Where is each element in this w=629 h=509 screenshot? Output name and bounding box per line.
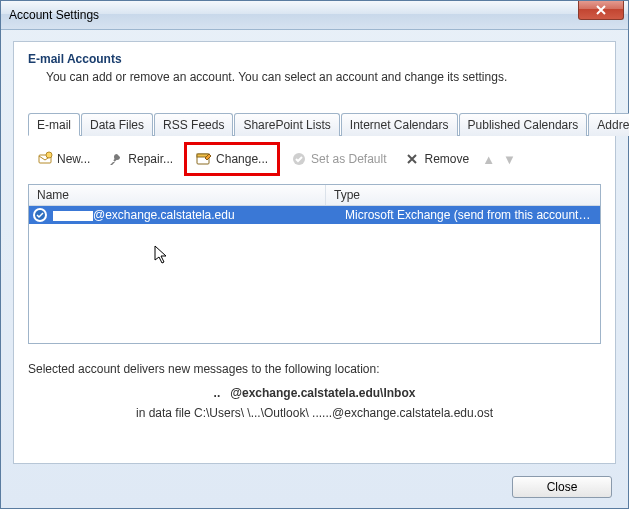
remove-icon — [404, 151, 420, 167]
col-header-type[interactable]: Type — [326, 185, 600, 205]
accounts-list: Name Type @exchange.calstatela.edu Micro… — [28, 184, 601, 344]
set-default-button: Set as Default — [284, 147, 393, 171]
check-circle-icon — [291, 151, 307, 167]
tab-rss-feeds[interactable]: RSS Feeds — [154, 113, 233, 136]
move-up-button: ▲ — [480, 152, 497, 167]
redacted-text — [53, 211, 93, 221]
location-folder: .. @exchange.calstatela.edu\Inbox — [28, 386, 601, 400]
close-button[interactable]: Close — [512, 476, 612, 498]
tab-published-calendars[interactable]: Published Calendars — [459, 113, 588, 136]
repair-icon — [108, 151, 124, 167]
account-settings-window: Account Settings E-mail Accounts You can… — [0, 0, 629, 509]
table-row[interactable]: @exchange.calstatela.edu Microsoft Excha… — [29, 206, 600, 224]
change-highlight: Change... — [184, 142, 280, 176]
change-icon — [196, 151, 212, 167]
change-label: Change... — [216, 152, 268, 166]
move-down-button: ▼ — [501, 152, 518, 167]
window-title: Account Settings — [9, 8, 99, 22]
location-intro: Selected account delivers new messages t… — [28, 362, 601, 376]
tab-email[interactable]: E-mail — [28, 113, 80, 136]
set-default-label: Set as Default — [311, 152, 386, 166]
toolbar: New... Repair... Change... — [28, 136, 601, 182]
repair-label: Repair... — [128, 152, 173, 166]
location-block: Selected account delivers new messages t… — [28, 362, 601, 420]
row-name: @exchange.calstatela.edu — [29, 206, 337, 224]
new-label: New... — [57, 152, 90, 166]
col-header-name[interactable]: Name — [29, 185, 326, 205]
remove-button[interactable]: Remove — [397, 147, 476, 171]
titlebar: Account Settings — [1, 1, 628, 30]
new-button[interactable]: New... — [30, 147, 97, 171]
remove-label: Remove — [424, 152, 469, 166]
location-datafile: in data file C:\Users\ \...\Outlook\ ...… — [28, 406, 601, 420]
list-header: Name Type — [29, 185, 600, 206]
tab-sharepoint-lists[interactable]: SharePoint Lists — [234, 113, 339, 136]
default-account-icon — [33, 208, 47, 222]
content-panel: E-mail Accounts You can add or remove an… — [13, 41, 616, 464]
dialog-footer: Close — [512, 476, 612, 498]
close-icon — [596, 5, 606, 15]
tab-data-files[interactable]: Data Files — [81, 113, 153, 136]
svg-point-1 — [46, 152, 52, 158]
new-icon — [37, 151, 53, 167]
repair-button[interactable]: Repair... — [101, 147, 180, 171]
tab-address-books[interactable]: Address Books — [588, 113, 629, 136]
window-close-button[interactable] — [578, 1, 624, 20]
change-button[interactable]: Change... — [189, 147, 275, 171]
tabs-bar: E-mail Data Files RSS Feeds SharePoint L… — [28, 112, 601, 136]
tab-internet-calendars[interactable]: Internet Calendars — [341, 113, 458, 136]
section-description: You can add or remove an account. You ca… — [46, 70, 601, 84]
section-title: E-mail Accounts — [28, 52, 601, 66]
row-type: Microsoft Exchange (send from this accou… — [337, 206, 600, 224]
